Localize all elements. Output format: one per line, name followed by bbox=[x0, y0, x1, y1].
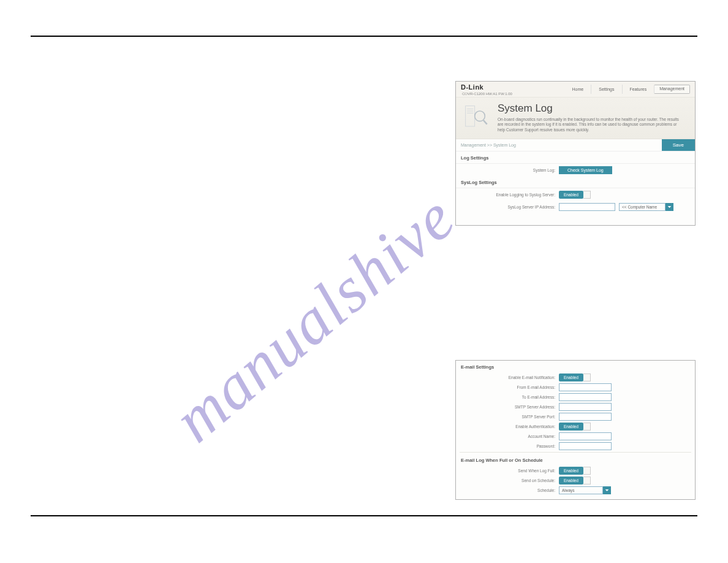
send-when-full-label: Send When Log Full: bbox=[461, 469, 559, 473]
chevron-down-icon bbox=[665, 203, 673, 211]
nav-home[interactable]: Home bbox=[565, 85, 591, 94]
svg-point-4 bbox=[475, 111, 485, 121]
syslog-ip-row: SysLog Server IP Address: << Computer Na… bbox=[456, 201, 695, 213]
page-title-bar: System Log On-board diagnostics run cont… bbox=[456, 98, 695, 139]
password-row: Password: bbox=[456, 441, 695, 451]
syslog-settings-header: SysLog Settings bbox=[456, 176, 695, 188]
chevron-down-icon bbox=[603, 486, 611, 494]
smtp-address-row: SMTP Server Address: bbox=[456, 402, 695, 412]
send-when-full-row: Send When Log Full: Enabled bbox=[456, 465, 695, 475]
enabled-chip: Enabled bbox=[559, 373, 583, 381]
computer-name-value: << Computer Name bbox=[619, 203, 665, 211]
password-input[interactable] bbox=[559, 442, 612, 450]
enable-auth-toggle[interactable]: Enabled bbox=[559, 423, 591, 431]
page-top-rule bbox=[31, 36, 697, 37]
toggle-trail bbox=[583, 423, 591, 431]
to-email-row: To E-mail Address: bbox=[456, 392, 695, 402]
check-system-log-button[interactable]: Check System Log bbox=[559, 166, 612, 174]
schedule-label: Schedule: bbox=[461, 488, 559, 492]
toggle-trail bbox=[583, 467, 591, 475]
enable-email-label: Enable E-mail Notification: bbox=[461, 375, 559, 380]
syslog-ip-input[interactable] bbox=[559, 203, 615, 211]
log-settings-header: Log Settings bbox=[456, 151, 695, 164]
smtp-address-label: SMTP Server Address: bbox=[461, 405, 559, 409]
toggle-trail bbox=[583, 191, 591, 199]
page-bottom-rule bbox=[31, 515, 697, 516]
smtp-port-row: SMTP Server Port: bbox=[456, 412, 695, 421]
send-when-full-toggle[interactable]: Enabled bbox=[559, 467, 591, 475]
send-on-schedule-row: Send on Schedule: Enabled bbox=[456, 475, 695, 485]
enable-auth-row: Enable Authentication: Enabled bbox=[456, 421, 695, 431]
schedule-dropdown[interactable]: Always bbox=[559, 486, 611, 494]
smtp-address-input[interactable] bbox=[559, 403, 612, 411]
schedule-value: Always bbox=[559, 486, 603, 494]
to-email-input[interactable] bbox=[559, 393, 612, 401]
to-email-label: To E-mail Address: bbox=[461, 395, 559, 399]
email-log-full-header: E-mail Log When Full or On Schedule bbox=[456, 454, 695, 465]
enable-email-row: Enable E-mail Notification: Enabled bbox=[456, 372, 695, 382]
enable-email-toggle[interactable]: Enabled bbox=[559, 373, 591, 381]
syslog-ip-label: SysLog Server IP Address: bbox=[461, 205, 559, 209]
svg-line-5 bbox=[483, 120, 487, 124]
nav-management[interactable]: Management bbox=[654, 85, 690, 94]
breadcrumb-row: Management >> System Log Save bbox=[456, 139, 695, 151]
nav-links: Home Settings Features Management bbox=[565, 85, 690, 94]
account-name-label: Account Name: bbox=[461, 434, 559, 439]
brand-logo: D-Link bbox=[461, 83, 512, 91]
from-email-input[interactable] bbox=[559, 383, 612, 391]
from-email-label: From E-mail Address: bbox=[461, 385, 559, 389]
email-settings-header: E-mail Settings bbox=[456, 361, 695, 372]
enabled-chip: Enabled bbox=[559, 477, 583, 484]
account-name-input[interactable] bbox=[559, 432, 612, 440]
toggle-trail bbox=[583, 373, 591, 381]
smtp-port-label: SMTP Server Port: bbox=[461, 415, 559, 419]
computer-name-dropdown[interactable]: << Computer Name bbox=[619, 203, 673, 211]
from-email-row: From E-mail Address: bbox=[456, 382, 695, 392]
router-header-bar: D-Link COVR-C1200 HW:A1 FW:1.00 Home Set… bbox=[456, 82, 695, 98]
toggle-trail bbox=[583, 477, 591, 484]
enable-logging-label: Enable Logging to Syslog Server: bbox=[461, 193, 559, 197]
enabled-chip: Enabled bbox=[559, 191, 583, 199]
screenshot-system-log: D-Link COVR-C1200 HW:A1 FW:1.00 Home Set… bbox=[455, 81, 696, 226]
send-on-schedule-toggle[interactable]: Enabled bbox=[559, 477, 591, 484]
model-firmware: COVR-C1200 HW:A1 FW:1.00 bbox=[462, 92, 512, 96]
password-label: Password: bbox=[461, 444, 559, 448]
magnifier-icon bbox=[462, 102, 491, 132]
enable-logging-row: Enable Logging to Syslog Server: Enabled bbox=[456, 188, 695, 201]
enable-auth-label: Enable Authentication: bbox=[461, 424, 559, 429]
save-button[interactable]: Save bbox=[662, 139, 695, 151]
smtp-port-input[interactable] bbox=[559, 413, 612, 421]
page-title: System Log bbox=[498, 102, 681, 115]
breadcrumb: Management >> System Log bbox=[456, 140, 662, 150]
schedule-row: Schedule: Always bbox=[456, 485, 695, 495]
screenshot-email-settings: E-mail Settings Enable E-mail Notificati… bbox=[455, 360, 696, 500]
page-description: On-board diagnostics run continually in … bbox=[498, 117, 681, 132]
system-log-label: System Log: bbox=[461, 168, 559, 172]
enabled-chip: Enabled bbox=[559, 423, 583, 431]
enable-logging-toggle[interactable]: Enabled bbox=[559, 191, 591, 199]
nav-settings[interactable]: Settings bbox=[591, 85, 621, 94]
system-log-row: System Log: Check System Log bbox=[456, 164, 695, 176]
nav-features[interactable]: Features bbox=[622, 85, 654, 94]
account-name-row: Account Name: bbox=[456, 431, 695, 441]
enabled-chip: Enabled bbox=[559, 467, 583, 475]
send-on-schedule-label: Send on Schedule: bbox=[461, 478, 559, 483]
divider bbox=[460, 452, 691, 453]
